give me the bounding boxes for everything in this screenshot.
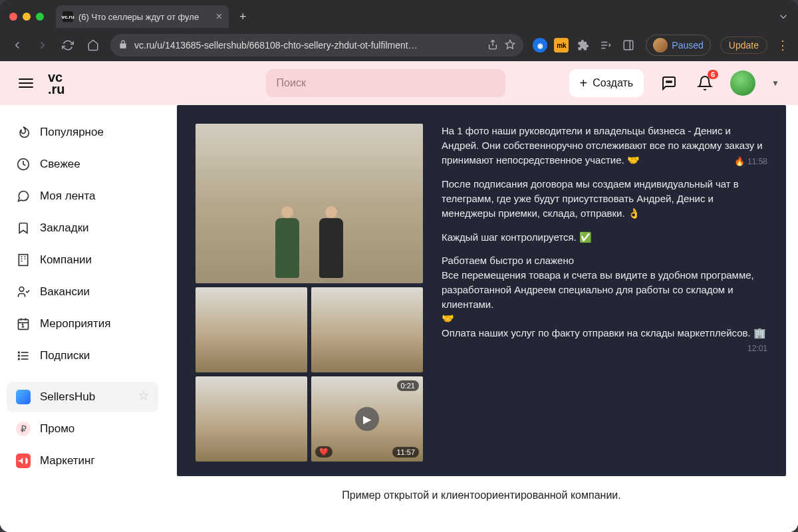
heart-icon: ❤️ xyxy=(315,446,332,458)
sidebar-label: Промо xyxy=(40,422,74,436)
chevron-down-icon[interactable] xyxy=(775,9,791,25)
sidepanel-icon[interactable] xyxy=(620,37,636,53)
messages-icon[interactable] xyxy=(658,72,680,94)
warehouse-video[interactable]: 0:21 ▶ ❤️ 11:57 xyxy=(311,376,423,462)
photo-collage: 0:21 ▶ ❤️ 11:57 xyxy=(196,124,423,462)
message: Работаем быстро и слажено xyxy=(442,253,767,268)
calendar-icon: 1 xyxy=(16,317,31,331)
sidebar-channel-marketing[interactable]: Маркетинг xyxy=(7,446,158,476)
sidebar-item-events[interactable]: 1Мероприятия xyxy=(7,309,158,339)
maximize-window[interactable] xyxy=(36,13,44,21)
site-logo[interactable]: vc.ru xyxy=(48,71,65,95)
svg-point-27 xyxy=(19,358,20,360)
share-icon[interactable] xyxy=(487,39,498,52)
article-body: 0:21 ▶ ❤️ 11:57 На 1 фото наши руководит… xyxy=(165,105,798,532)
profile-paused[interactable]: Paused xyxy=(646,35,710,56)
lock-icon xyxy=(118,40,128,51)
paused-label: Paused xyxy=(672,40,703,51)
back-button[interactable] xyxy=(9,37,25,53)
profile-avatar xyxy=(653,38,668,53)
svg-point-25 xyxy=(19,352,20,353)
user-avatar[interactable] xyxy=(730,70,755,96)
site-header: vc.ru Поиск + Создать 6 ▼ xyxy=(0,61,798,105)
bookmark-icon xyxy=(16,221,31,235)
sidebar-label: Компании xyxy=(40,253,92,267)
sidebar-item-popular[interactable]: Популярное xyxy=(7,117,158,148)
list-icon xyxy=(16,348,31,363)
search-input[interactable]: Поиск xyxy=(266,69,505,97)
sidebar-item-bookmarks[interactable]: Закладки xyxy=(7,213,158,243)
plus-icon: + xyxy=(580,76,588,91)
forward-button[interactable] xyxy=(35,37,51,53)
building-icon xyxy=(16,253,31,267)
message: После подписания договора мы создаем инд… xyxy=(442,177,767,220)
warehouse-photo xyxy=(311,287,423,372)
play-icon: ▶ xyxy=(355,407,379,431)
notifications-icon[interactable]: 6 xyxy=(694,72,716,94)
svg-rect-10 xyxy=(19,255,27,266)
sidebar-label: Вакансии xyxy=(40,285,90,299)
fire-icon xyxy=(16,125,31,140)
sidebar-channel-promo[interactable]: ₽Промо xyxy=(7,414,158,444)
bookmark-star-icon[interactable] xyxy=(505,39,515,52)
url-bar[interactable]: vc.ru/u/1413685-sellershub/668108-chto-s… xyxy=(110,34,523,57)
message: Оплата наших услуг по факту отправки на … xyxy=(442,326,767,340)
message: 🤝 xyxy=(442,311,767,326)
sidebar-item-companies[interactable]: Компании xyxy=(7,245,158,275)
channel-icon xyxy=(16,390,31,404)
menu-burger-icon[interactable] xyxy=(19,78,33,88)
sidebar-label: Закладки xyxy=(40,221,89,235)
content: Популярное Свежее Моя лента Закладки Ком… xyxy=(0,105,798,532)
new-tab-button[interactable]: + xyxy=(239,10,247,24)
warehouse-photo xyxy=(196,376,307,462)
browser-tab[interactable]: vc.ru (6) Что селлеры ждут от фуле × xyxy=(56,5,229,28)
sidebar-label: Маркетинг xyxy=(40,454,95,467)
page: vc.ru Поиск + Создать 6 ▼ Популярное Све… xyxy=(0,61,798,532)
tab-bar: vc.ru (6) Что селлеры ждут от фуле × + xyxy=(0,0,798,29)
pin-icon[interactable] xyxy=(138,390,149,404)
ruble-icon: ₽ xyxy=(16,422,31,436)
sidebar-item-feed[interactable]: Моя лента xyxy=(7,181,158,211)
home-button[interactable] xyxy=(85,37,101,53)
reading-list-icon[interactable] xyxy=(598,37,614,53)
minimize-window[interactable] xyxy=(23,13,31,21)
window-controls xyxy=(9,13,44,21)
sidebar-channel-sellershub[interactable]: SellersHub xyxy=(7,382,158,412)
image-caption: Пример открытой и клиентоориентированной… xyxy=(165,476,798,515)
extensions: ◉ mk xyxy=(533,37,636,53)
extensions-icon[interactable] xyxy=(575,37,591,53)
extension-icon[interactable]: mk xyxy=(554,38,569,53)
notification-badge: 6 xyxy=(708,70,718,79)
browser-chrome: vc.ru (6) Что селлеры ждут от фуле × + v… xyxy=(0,0,798,61)
megaphone-icon xyxy=(16,454,31,468)
svg-marker-0 xyxy=(506,40,515,49)
close-window[interactable] xyxy=(9,13,17,21)
create-button[interactable]: + Создать xyxy=(569,69,644,97)
message: На 1 фото наши руководители и владельцы … xyxy=(442,124,767,168)
chevron-down-icon[interactable]: ▼ xyxy=(771,78,779,88)
svg-point-26 xyxy=(19,355,20,356)
extension-icon[interactable]: ◉ xyxy=(533,38,547,53)
embedded-image: 0:21 ▶ ❤️ 11:57 На 1 фото наши руководит… xyxy=(177,105,786,476)
warehouse-photo xyxy=(196,287,307,372)
warehouse-photo-main xyxy=(196,124,423,283)
sidebar-label: SellersHub xyxy=(40,390,95,404)
telegram-messages: На 1 фото наши руководители и владельцы … xyxy=(442,124,767,462)
sidebar: Популярное Свежее Моя лента Закладки Ком… xyxy=(0,105,165,532)
sidebar-item-jobs[interactable]: Вакансии xyxy=(7,277,158,307)
svg-point-7 xyxy=(668,81,670,82)
reload-button[interactable] xyxy=(60,37,76,53)
video-timestamp: 11:57 xyxy=(392,447,419,458)
close-tab-icon[interactable]: × xyxy=(216,11,222,23)
create-label: Создать xyxy=(593,77,633,89)
sidebar-item-fresh[interactable]: Свежее xyxy=(7,149,158,180)
sidebar-label: Моя лента xyxy=(40,190,96,203)
video-duration: 0:21 xyxy=(397,380,419,391)
update-button[interactable]: Update xyxy=(720,37,767,54)
sidebar-item-subscriptions[interactable]: Подписки xyxy=(7,340,158,371)
menu-icon[interactable]: ⋮ xyxy=(777,38,789,53)
favicon: vc.ru xyxy=(63,11,73,22)
svg-rect-4 xyxy=(624,41,634,50)
sidebar-label: Мероприятия xyxy=(40,317,111,331)
url-text: vc.ru/u/1413685-sellershub/668108-chto-s… xyxy=(134,40,481,51)
